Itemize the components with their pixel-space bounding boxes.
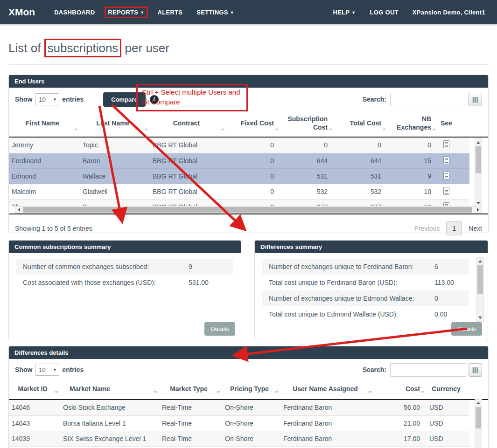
entries-label: entries: [62, 366, 84, 373]
scrollbar-thumb[interactable]: [476, 407, 481, 428]
app-logo[interactable]: XMon: [8, 7, 35, 18]
title-highlight-box: subscriptions: [44, 39, 122, 57]
table-row[interactable]: MalcolmGladwellBBG RT Global 0532 53210: [9, 184, 469, 199]
title-divider: [8, 64, 489, 65]
nav-reports[interactable]: REPORTS▼: [105, 7, 147, 18]
col-first-name[interactable]: First Name: [9, 110, 80, 137]
table-row-selected[interactable]: FerdinandBaronBBG RT Global 0644 64415: [9, 153, 469, 168]
sort-icon: [154, 389, 158, 395]
summary-row: Total cost unique to Ferdinand Baron (US…: [262, 275, 469, 290]
differences-details-rows: 14046Oslo Stock Exchange Real-TimeOn-Sho…: [9, 400, 488, 447]
top-navbar: XMon DASHBOARD REPORTS▼ ALERTS SETTINGS▼…: [0, 0, 497, 24]
sort-icon: [275, 126, 279, 132]
sort-icon: [329, 126, 333, 132]
nav-dashboard[interactable]: DASHBOARD: [47, 5, 102, 20]
summary-value: 9: [189, 263, 192, 270]
column-visibility-button[interactable]: |||: [469, 93, 482, 106]
view-subscriptions-icon[interactable]: [443, 140, 449, 148]
table-row[interactable]: 14046Oslo Stock Exchange Real-TimeOn-Sho…: [9, 400, 469, 415]
col-market-type[interactable]: Market Type: [159, 379, 222, 399]
next-page-button[interactable]: Next: [469, 225, 482, 232]
col-total-cost[interactable]: Total Cost: [334, 110, 388, 137]
table-row-selected[interactable]: EdmondWallaceBBG RT Global 0531 5319: [9, 168, 469, 184]
differences-details-table-header: Market ID Market Name Market Type Pricin…: [9, 379, 488, 400]
search-input[interactable]: [390, 93, 466, 106]
nav-alerts[interactable]: ALERTS: [151, 5, 190, 20]
col-contract[interactable]: Contract: [150, 110, 227, 137]
table-row[interactable]: ThBBBG RT Global 0877 87716: [9, 199, 469, 206]
column-visibility-button[interactable]: |||: [469, 363, 482, 377]
page-number-button[interactable]: 1: [446, 221, 462, 235]
page-length-select[interactable]: 10 ▼: [35, 93, 59, 105]
search-label: Search:: [363, 96, 386, 103]
view-subscriptions-icon[interactable]: [443, 187, 449, 195]
summary-row: Number of common exchanges subscribed: 9: [16, 259, 233, 275]
summary-row: Number of exchanges unique to Edmond Wal…: [262, 290, 469, 306]
scrollbar-thumb[interactable]: [477, 265, 483, 294]
previous-page-button[interactable]: Previous: [414, 225, 440, 232]
chevron-down-icon: ▼: [53, 368, 56, 372]
nav-account[interactable]: XPansion Demo, Client1: [406, 5, 492, 20]
view-subscriptions-icon[interactable]: [443, 202, 449, 207]
summary-value: 0.00: [434, 310, 447, 318]
page-length-select[interactable]: 10 ▼: [35, 364, 59, 376]
table-row[interactable]: 14039SIX Swiss Exchange Level 1 Real-Tim…: [9, 431, 469, 446]
summary-value: 0: [434, 295, 438, 302]
show-label: Show: [15, 96, 32, 103]
search-label: Search:: [363, 366, 386, 373]
table-row[interactable]: JeremyTopicBBG RT Global 00 00: [9, 138, 469, 153]
common-details-button[interactable]: Details: [204, 322, 235, 336]
view-subscriptions-icon[interactable]: [443, 156, 449, 164]
col-nb-exchanges[interactable]: NB Exchanges: [388, 110, 438, 137]
vertical-scrollbar[interactable]: [476, 257, 484, 322]
scroll-up-icon[interactable]: [475, 139, 482, 146]
differences-details-panel: Differences details Show 10 ▼ entries Se…: [8, 346, 489, 448]
chevron-down-icon: ▼: [351, 10, 356, 15]
nav-logout[interactable]: LOG OUT: [363, 5, 406, 20]
search-input[interactable]: [390, 363, 466, 377]
scrollbar-thumb[interactable]: [23, 207, 472, 213]
scroll-down-icon[interactable]: [475, 200, 482, 207]
col-market-name[interactable]: Market Name: [60, 379, 159, 399]
summary-row: Cost associated with those exchanges (US…: [16, 275, 233, 290]
summary-value: 6: [434, 263, 438, 270]
page-title: List of subscriptions per user: [8, 41, 169, 55]
chevron-down-icon: ▼: [140, 10, 144, 15]
scroll-down-icon[interactable]: [477, 314, 483, 321]
sort-icon: [144, 126, 148, 132]
col-last-name[interactable]: Last Name: [80, 110, 150, 137]
common-subscriptions-panel: Common subscriptions summary Number of c…: [8, 240, 241, 340]
col-currency[interactable]: Currency: [427, 379, 469, 399]
chevron-down-icon: ▼: [230, 10, 234, 15]
col-market-id[interactable]: Market ID: [9, 379, 60, 399]
end-users-panel-title: End Users: [9, 75, 488, 88]
vertical-scrollbar[interactable]: [475, 399, 482, 448]
vertical-scrollbar[interactable]: [475, 138, 482, 207]
scroll-up-icon[interactable]: [477, 258, 483, 265]
scrollbar-thumb[interactable]: [476, 146, 481, 173]
col-cost[interactable]: Cost: [374, 379, 427, 399]
scroll-up-icon[interactable]: [475, 400, 482, 407]
entries-label: entries: [62, 96, 84, 103]
sort-icon: [432, 126, 436, 132]
sort-icon: [368, 389, 372, 395]
table-row[interactable]: 14043Borsa Italiana Level 1 Real-TimeOn-…: [9, 415, 469, 431]
common-subscriptions-rows: Number of common exchanges subscribed: 9…: [9, 253, 241, 290]
nav-help[interactable]: HELP▼: [326, 5, 363, 20]
col-fixed-cost[interactable]: Fixed Cost: [227, 110, 280, 137]
sort-icon: [382, 126, 386, 132]
nav-settings[interactable]: SETTINGS▼: [189, 5, 241, 20]
summary-value: 113.00: [434, 279, 454, 286]
showing-entries-text: Showing 1 to 5 of 5 entries: [15, 225, 92, 232]
horizontal-scrollbar[interactable]: [15, 206, 482, 214]
differences-details-button[interactable]: Details: [451, 322, 482, 336]
scroll-right-icon[interactable]: [475, 207, 482, 213]
end-users-panel: End Users Show 10 ▼ entries Compare i Se…: [8, 75, 489, 233]
view-subscriptions-icon[interactable]: [443, 172, 449, 179]
col-pricing-type[interactable]: Pricing Type: [222, 379, 280, 399]
col-subscription-cost[interactable]: Subscription Cost: [280, 110, 334, 137]
chevron-down-icon: ▼: [53, 97, 56, 102]
scroll-left-icon[interactable]: [15, 207, 22, 213]
col-user-name-assigned[interactable]: User Name Assigned: [280, 379, 374, 399]
sort-icon: [275, 389, 279, 395]
